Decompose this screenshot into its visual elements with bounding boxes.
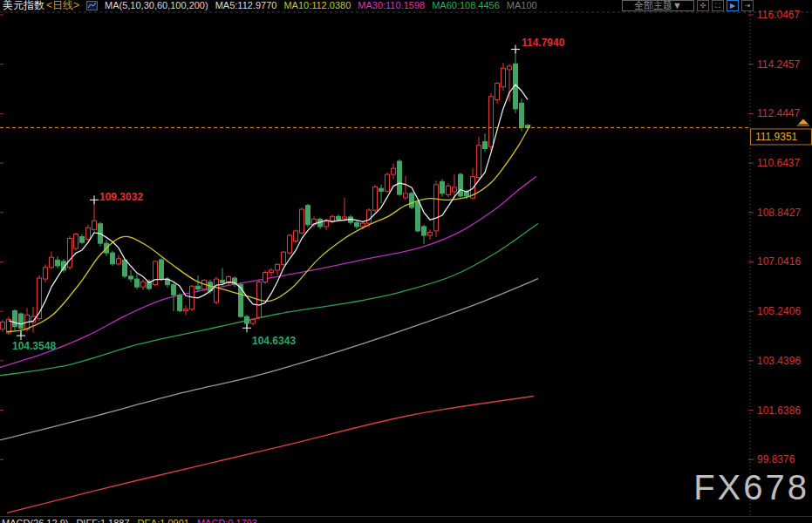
y-axis-label: 107.0416 [757,255,801,268]
y-axis-label: 99.8376 [757,453,795,465]
candle [270,268,274,276]
candle [288,234,292,255]
ma-line-ma5 [9,85,528,324]
ma-line-ma200 [7,397,534,513]
candle [141,280,146,290]
price-annotation: 109.3032 [99,191,143,203]
ma30-readout: MA30:110.1598 [358,0,425,11]
candle [343,198,347,221]
candle [483,133,488,152]
candle [355,221,359,229]
candle [111,251,115,266]
candle [44,264,48,282]
candle [428,229,433,240]
candle [398,160,402,196]
candle [221,268,225,285]
candle [135,274,140,289]
candle [166,277,170,289]
y-axis-label: 108.8427 [757,207,801,219]
candle [123,259,127,278]
candle [294,229,298,243]
candle [318,218,323,229]
y-axis-label: 103.4396 [757,355,801,367]
candle [227,275,231,285]
price-chart-canvas[interactable]: 116.0467114.2457112.4447110.6437108.8427… [0,0,812,523]
auto-follow-icon-button[interactable]: ▶ [727,0,739,11]
fit-frame-icon: ⛶ [715,2,720,10]
candle [276,263,280,275]
candle [282,251,286,267]
candle [196,275,201,292]
candle [386,173,390,194]
pan-right-icon-button[interactable]: ⇥ [741,0,754,11]
candle [263,271,268,284]
ma5-readout: MA5:112.9770 [215,0,277,11]
y-axis-label: 114.2457 [757,58,800,71]
grid-layout-icon-button[interactable]: ✣ [697,0,709,11]
candle [495,81,500,104]
current-price-label[interactable]: 111.9351 [751,119,812,145]
y-axis-label: 101.6386 [757,404,801,417]
price-annotation: 104.6343 [252,335,296,347]
candle [190,285,194,311]
candle [410,192,414,209]
candle [56,256,60,268]
candle [404,176,408,200]
candle [434,180,439,237]
candle [68,236,72,270]
current-price-value: 111.9351 [755,131,798,143]
macd-dea-readout: DEA:1.0901 [138,518,189,523]
candle [422,225,426,244]
macd-diff-readout: DIFF:1.1887 [76,518,129,523]
ma-settings-label[interactable]: MA(5,10,30,60,100,200) [105,0,208,11]
charting-app: 116.0467114.2457112.4447110.6437108.8427… [0,0,812,523]
candle [160,258,164,281]
y-axis-label: 112.4447 [757,107,800,119]
candle [1,320,5,331]
y-axis-label: 110.6437 [757,157,800,169]
grid-layout-icon: ✣ [700,2,706,10]
symbol-name[interactable]: 美元指数 [3,0,44,11]
candle [178,293,182,312]
candle [373,185,378,212]
all-themes-button[interactable]: 全部主题▼ [622,0,694,11]
pan-right-icon: ⇥ [745,2,751,10]
candle [50,252,54,269]
macd-footer: MACD(26,12,9) DIFF:1.1887 DEA:1.0901 MAC… [2,518,257,523]
candle [489,93,494,151]
candle [447,183,451,197]
candle [514,49,518,112]
fit-frame-icon-button[interactable]: ⛶ [712,0,724,11]
candle [440,179,445,196]
candle [520,98,524,132]
price-annotation: 114.7940 [522,37,565,49]
toolbar: 美元指数 <日线> MA(5,10,30,60,100,200) MA5:112… [0,0,812,11]
candle [416,200,420,232]
candle [74,233,78,250]
ma-lines-fast [7,85,530,332]
candle [117,255,121,266]
price-annotation: 104.3548 [12,340,56,352]
candle [233,276,237,288]
toolbar-right-cluster: 全部主题▼ ✣ ⛶ ▶ ⇥ [622,0,754,11]
annotations: 114.7940109.3032104.3548104.6343 [12,37,565,352]
candle [392,164,396,180]
candle [477,137,481,180]
candle [251,318,256,325]
ma60-readout: MA60:108.4456 [432,0,500,11]
candle [154,261,158,287]
candle [80,234,85,244]
macd-params-label: MACD(26,12,9) [2,518,68,523]
candle [215,277,219,304]
period-label[interactable]: <日线> [46,0,79,11]
candle [306,204,310,227]
candle [86,225,91,241]
candle [129,270,133,282]
candles [1,49,530,336]
ma10-readout: MA10:112.0380 [283,0,351,11]
chart-type-icon[interactable] [86,1,98,10]
macd-value-readout: MACD:0.1793 [197,518,257,523]
ma-line-ma100 [0,279,538,440]
candle [184,306,188,316]
watermark: FX678 [693,468,809,507]
